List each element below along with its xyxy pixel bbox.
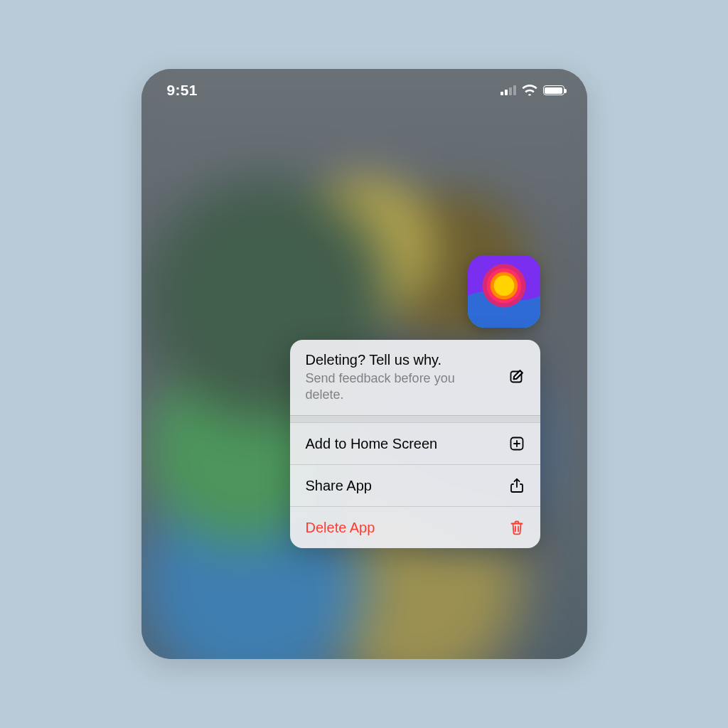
status-indicators (500, 85, 564, 96)
share-icon (508, 476, 526, 495)
menu-delete-label: Delete App (306, 519, 375, 537)
plus-square-icon (508, 434, 526, 453)
menu-item-share[interactable]: Share App (290, 464, 540, 506)
cellular-signal-icon (500, 85, 516, 95)
svg-point-4 (493, 276, 514, 296)
menu-item-feedback[interactable]: Deleting? Tell us why. Send feedback bef… (290, 340, 540, 415)
menu-item-delete[interactable]: Delete App (290, 506, 540, 548)
compose-icon (508, 368, 526, 386)
context-menu: Deleting? Tell us why. Send feedback bef… (290, 340, 540, 548)
device-frame: 9:51 (141, 69, 587, 659)
menu-feedback-title: Deleting? Tell us why. (306, 351, 496, 369)
trash-icon (508, 518, 526, 537)
menu-separator (290, 415, 540, 422)
status-bar: 9:51 (141, 79, 587, 102)
sunset-app-icon (468, 255, 540, 328)
battery-icon (543, 85, 564, 95)
menu-feedback-subtitle: Send feedback before you delete. (306, 370, 496, 402)
app-icon[interactable] (468, 255, 540, 328)
status-time: 9:51 (167, 82, 198, 99)
menu-item-add-home[interactable]: Add to Home Screen (290, 422, 540, 464)
wifi-icon (522, 85, 537, 96)
menu-share-label: Share App (306, 477, 372, 495)
menu-add-home-label: Add to Home Screen (306, 435, 438, 453)
